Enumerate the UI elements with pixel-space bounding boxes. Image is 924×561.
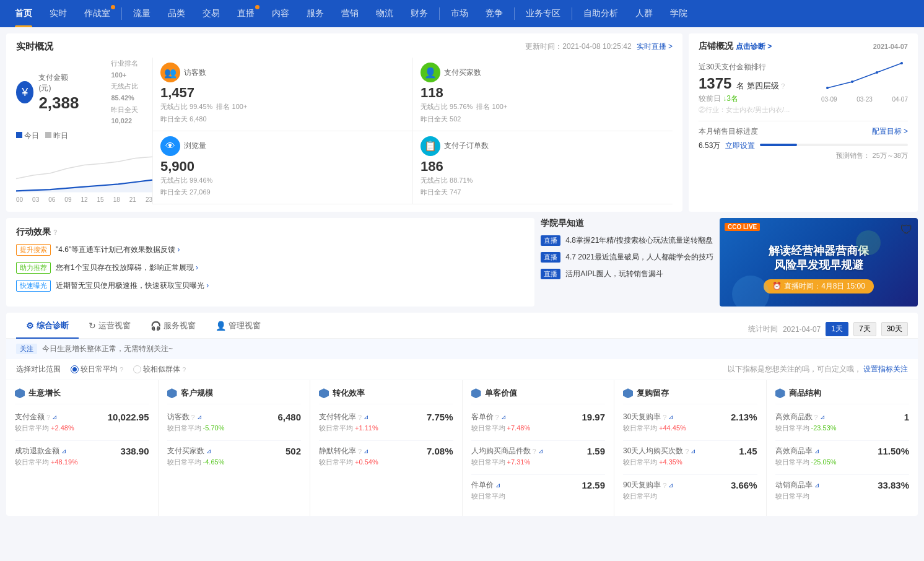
notice-text: 今日生意增长整体正常，无需特别关注~: [42, 344, 173, 354]
compare-right: 以下指标是您想关注的吗，可自定义哦， 设置指标关注: [728, 364, 908, 375]
compare-option2: 较相似群体: [143, 364, 180, 375]
metrics-grid: 生意增长 支付金额 ? ⊿ 10,022.95 较日常平均 +2.48%: [6, 380, 918, 516]
rt-metric-buyers-value: 118: [421, 85, 665, 101]
metric-row-top-4-0: 30天复购率 ? ⊿ 2.13%: [623, 412, 757, 422]
banner-card[interactable]: CCO LIVE 🛡 解读经营神器营商保 风险早发现早规避 ⏰ 直播时间：4月8…: [720, 218, 918, 307]
metric-row-top-5-1: 高效商品率 ⊿ 11.50%: [775, 446, 910, 456]
metric-value-2-1: 7.08%: [427, 446, 453, 456]
xueyan-card: 学院早知道 直播 4.8掌握21年精/搜搜索核心玩法流量逆转翻盘 直播 4.7 …: [541, 218, 713, 307]
metric-value-2-0: 7.75%: [427, 412, 453, 422]
nav-compete[interactable]: 竞争: [477, 0, 512, 27]
nav-crowd[interactable]: 人群: [627, 0, 661, 27]
nav-finance[interactable]: 财务: [402, 0, 437, 27]
nav-realtime[interactable]: 实时: [41, 0, 76, 27]
nav-self-analysis[interactable]: 自助分析: [575, 0, 627, 27]
tab-operations[interactable]: ↻ 运营视窗: [79, 320, 141, 339]
store-config-link[interactable]: 配置目标 >: [872, 126, 908, 137]
metric-col-title-0: 生意增长: [28, 388, 61, 399]
today-dot: [16, 132, 22, 138]
tabs-list: ⚙ 综合诊断 ↻ 运营视窗 🎧 服务视窗 👤 管理视窗: [16, 320, 271, 338]
metric-value-0-1: 338.90: [121, 446, 149, 456]
metric-row-0-0: 支付金额 ? ⊿ 10,022.95 较日常平均 +2.48%: [15, 412, 149, 433]
metric-name-5-2: 动销商品率 ⊿: [775, 480, 819, 490]
store-set-link[interactable]: 立即设置: [725, 141, 755, 151]
metric-divider-5-0: [775, 440, 910, 441]
compare-set-link[interactable]: 设置指标关注: [863, 365, 908, 373]
metric-row-top-5-2: 动销商品率 ⊿ 33.83%: [775, 480, 910, 490]
radio-daily-avg[interactable]: 较日常平均 ?: [71, 364, 123, 375]
rt-rank-info: 行业排名 100+ 无线占比 85.42% 昨日全天 10,022: [111, 58, 152, 127]
nav-logistics[interactable]: 物流: [367, 0, 402, 27]
metric-row-top-1-1: 支付买家数 ⊿ 502: [167, 446, 302, 456]
shield-icon-2: [319, 388, 329, 398]
metric-compare-4-0: 较日常平均 +44.45%: [623, 424, 757, 433]
radio-similar-group[interactable]: 较相似群体 ?: [133, 364, 186, 375]
nav-live[interactable]: 直播: [229, 0, 263, 27]
metric-name-2-0: 支付转化率 ? ⊿: [319, 412, 368, 422]
metric-col-3: 单客价值 客单价 ? ⊿ 19.97 较日常平均 +7.48%: [463, 380, 615, 516]
metric-col-0: 生意增长 支付金额 ? ⊿ 10,022.95 较日常平均 +2.48%: [6, 380, 159, 516]
nav-service[interactable]: 服务: [298, 0, 333, 27]
metric-col-4: 复购留存 30天复购率 ? ⊿ 2.13% 较日常平均 +44.45%: [614, 380, 767, 516]
nav-marketing[interactable]: 营销: [333, 0, 367, 27]
nav-badge: [111, 5, 115, 9]
nav-trade[interactable]: 交易: [194, 0, 229, 27]
time-btn-7day[interactable]: 7天: [853, 322, 876, 336]
nav-bizzone[interactable]: 业务专区: [517, 0, 569, 27]
store-target-row: 本月销售目标进度 配置目标 >: [699, 126, 908, 137]
store-title-text: 店铺概况 点击诊断 >: [699, 41, 772, 52]
action-help-icon[interactable]: ?: [53, 228, 58, 236]
rt-pay-label: 支付金额(元): [38, 72, 79, 94]
action-tag-2: 快速曝光: [16, 280, 51, 292]
xy-text-0[interactable]: 4.8掌握21年精/搜搜索核心玩法流量逆转翻盘: [565, 235, 712, 246]
store-target-label: 本月销售目标进度: [699, 126, 758, 137]
stat-time-value: 2021-04-07: [783, 325, 821, 334]
metric-row-top-3-2: 件单价 ⊿ 12.59: [471, 480, 606, 490]
metric-divider-4-0: [623, 440, 757, 441]
nav-flow[interactable]: 流量: [124, 0, 159, 27]
time-btn-1day[interactable]: 1天: [826, 322, 848, 336]
rt-metric-visitors-value: 1,457: [160, 85, 405, 101]
nav-home[interactable]: 首页: [6, 0, 41, 27]
xy-tag-0: 直播: [541, 235, 560, 246]
action-item-0: 提升搜索 "4.6"等直通车计划已有效果数据反馈 ›: [16, 244, 525, 256]
store-diagnose-link[interactable]: 点击诊断 >: [736, 42, 772, 51]
rt-metric-visitors-name: 访客数: [184, 67, 206, 78]
metric-col-header-0: 生意增长: [15, 388, 149, 404]
metric-value-5-1: 11.50%: [878, 446, 909, 456]
tab-icon-operations: ↻: [89, 321, 96, 331]
xy-text-2[interactable]: 活用AIPL圈人，玩转销售漏斗: [565, 269, 663, 279]
metric-row-3-1: 人均购买商品件数 ? ⊿ 1.59 较日常平均 +7.31%: [471, 446, 606, 467]
metric-compare-0-0: 较日常平均 +2.48%: [15, 424, 149, 433]
rt-metric-pageviews-value: 5,900: [160, 159, 405, 175]
rt-metric-pageviews-header: 👁 浏览量: [160, 136, 405, 156]
rt-metric-pageviews: 👁 浏览量 5,900 无线占比 99.46% 昨日全天 27,069: [152, 131, 412, 205]
notice-tag: 关注: [16, 344, 37, 354]
rt-live-link[interactable]: 实时直播 >: [637, 41, 673, 52]
metric-col-header-1: 客户规模: [167, 388, 302, 404]
nav-academy[interactable]: 学院: [661, 0, 696, 27]
xy-text-1[interactable]: 4.7 2021最近流量破局，人人都能学会的技巧: [565, 252, 713, 263]
metric-row-top-2-1: 静默转化率 ? ⊿ 7.08%: [319, 446, 453, 456]
metric-divider-2-0: [319, 440, 453, 441]
metric-col-2: 转化效率 支付转化率 ? ⊿ 7.75% 较日常平均 +1.11%: [310, 380, 463, 516]
metric-col-1: 客户规模 访客数 ? ⊿ 6,480 较日常平均 -5.70%: [159, 380, 311, 516]
nav-market[interactable]: 市场: [442, 0, 477, 27]
banner-logo: 🛡: [900, 223, 913, 237]
compare-option1: 较日常平均: [81, 364, 118, 375]
metric-col-title-2: 转化效率: [333, 388, 365, 399]
banner-deco-1: [732, 276, 769, 307]
time-btn-30day[interactable]: 30天: [881, 322, 908, 336]
nav-category[interactable]: 品类: [159, 0, 194, 27]
store-ranking-unit: 名 第四层级 ?: [736, 81, 785, 90]
tab-management[interactable]: 👤 管理视窗: [206, 320, 271, 339]
tab-comprehensive[interactable]: ⚙ 综合诊断: [16, 320, 79, 339]
nav-zhanshi[interactable]: 作战室: [76, 0, 119, 27]
metric-value-4-0: 2.13%: [731, 412, 757, 422]
metric-row-top-4-1: 30天人均购买次数 ? ⊿ 1.45: [623, 446, 757, 456]
tab-service[interactable]: 🎧 服务视窗: [141, 320, 206, 339]
metric-compare-3-1: 较日常平均 +7.31%: [471, 458, 606, 467]
metric-row-top-0-0: 支付金额 ? ⊿ 10,022.95: [15, 412, 149, 422]
action-card: 行动效果 ? 提升搜索 "4.6"等直通车计划已有效果数据反馈 › 助力推荐 您…: [6, 218, 534, 307]
nav-content[interactable]: 内容: [263, 0, 298, 27]
